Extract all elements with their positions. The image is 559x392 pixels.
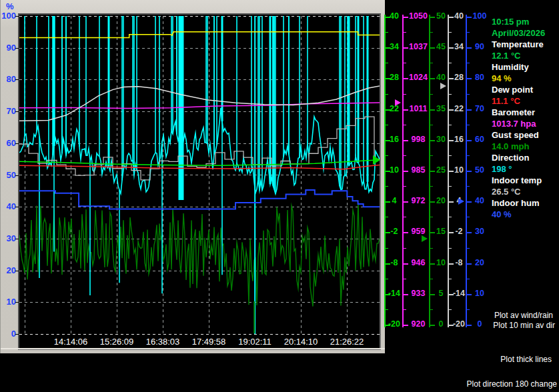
- barometer-axis-minor-tick: [404, 155, 406, 156]
- outdoor-temp-axis-tick-label: -8: [381, 258, 408, 267]
- percent-axis-tick: [15, 16, 19, 17]
- outdoor-temp-axis-minor-tick: [386, 186, 388, 187]
- percent-axis-tick-label: 80: [1, 74, 16, 84]
- indoor-hum-axis-minor-tick: [467, 186, 470, 187]
- indoor-hum-axis-tick-label: 40: [466, 196, 493, 205]
- indoor-hum-axis-minor-tick: [467, 248, 470, 249]
- outdoor-temp-axis-minor-tick: [386, 279, 388, 279]
- percent-axis-tick-label: 20: [1, 265, 16, 275]
- reading-indoor-hum-value: 40 %: [492, 209, 545, 220]
- indoor-hum-axis-tick-label: 10: [466, 289, 493, 298]
- reading-dew-point-value: 11.1 °C: [492, 95, 545, 107]
- reading-indoor-temp-value: 26.5 °C: [492, 186, 545, 197]
- percent-axis-tick: [15, 271, 19, 271]
- plot-option-av-wind-rain[interactable]: Plot av wind/rain: [494, 311, 553, 320]
- reading-barometer-label: Barometer: [492, 107, 545, 118]
- percent-axis-tick-label: 100: [1, 11, 16, 21]
- reading-direction-value: 198 °: [492, 163, 545, 175]
- outdoor-temp-axis-minor-tick: [386, 32, 388, 33]
- gust-axis-minor-tick: [430, 217, 433, 217]
- reading-barometer-value: 1013.7 hpa: [492, 118, 545, 129]
- indoor-temp-axis-minor-tick: [449, 32, 452, 33]
- gust-axis-minor-tick: [430, 32, 433, 33]
- percent-axis-tick-label: 60: [1, 138, 16, 148]
- outdoor-temp-axis-tick-label: -20: [381, 319, 408, 329]
- barometer-axis-minor-tick: [404, 32, 406, 33]
- outdoor-temp-axis-tick-label: 4: [381, 196, 408, 205]
- gust-axis-minor-tick: [430, 309, 433, 310]
- indoor-temp-axis-minor-tick: [449, 309, 452, 310]
- gust-axis-minor-tick: [430, 186, 433, 187]
- percent-axis-tick-label: 0: [1, 329, 16, 339]
- indoor-hum-axis-minor-tick: [467, 32, 470, 33]
- outdoor-temp-axis-tick-label: 22: [381, 104, 408, 113]
- outdoor-temp-axis-tick-label: 28: [381, 73, 408, 82]
- barometer-axis-minor-tick: [404, 125, 406, 125]
- indoor-hum-axis-tick-label: 90: [466, 42, 493, 51]
- outdoor-temp-axis-tick-label: 10: [381, 165, 408, 175]
- reading-dew-point-label: Dew point: [492, 84, 545, 95]
- outdoor-temp-axis-minor-tick: [386, 63, 388, 63]
- percent-axis-tick: [15, 143, 19, 144]
- chart-canvas: [19, 15, 380, 336]
- indoor-hum-axis-tick-label: 60: [466, 135, 493, 144]
- time-axis-label: 21:26:22: [324, 337, 370, 347]
- indoor-hum-axis-minor-tick: [467, 309, 470, 310]
- gust-axis-minor-tick: [430, 279, 433, 279]
- plot-option-direction-180-change[interactable]: Plot direction 180 change: [467, 379, 557, 389]
- time-axis-label: 20:14:10: [277, 337, 324, 347]
- indoor-temp-axis-minor-tick: [449, 217, 452, 217]
- gust-axis-minor-tick: [430, 94, 433, 95]
- indoor-hum-axis-minor-tick: [467, 63, 470, 63]
- gust-axis-minor-tick: [430, 248, 433, 249]
- gust-axis-minor-tick: [430, 125, 433, 125]
- indoor-hum-axis-tick-label: 20: [466, 258, 493, 267]
- indoor-hum-axis-minor-tick: [467, 155, 470, 156]
- time-axis-label: 17:49:58: [185, 337, 232, 347]
- plot-option-thick-lines[interactable]: Plot thick lines: [500, 355, 552, 364]
- indoor-hum-axis-minor-tick: [467, 94, 470, 95]
- indoor-hum-axis-tick-label: 70: [466, 104, 493, 113]
- percent-axis-unit: %: [6, 1, 14, 11]
- reading-humidity-value: 94 %: [492, 73, 545, 84]
- graph-panel: % 14:14:0615:26:0916:38:0317:49:5819:02:…: [0, 0, 385, 353]
- reading-humidity-label: Humidity: [492, 61, 545, 73]
- percent-axis-tick: [15, 79, 19, 80]
- time-axis-label: 14:14:06: [47, 337, 94, 347]
- percent-axis-tick: [15, 334, 19, 335]
- gust-axis-minor-tick: [430, 63, 433, 63]
- barometer-axis-minor-tick: [404, 248, 406, 249]
- plot-option-10min-av-dir[interactable]: Plot 10 min av dir: [493, 321, 555, 330]
- outdoor-temp-axis-minor-tick: [386, 248, 388, 249]
- indoor-hum-axis-minor-tick: [467, 217, 470, 217]
- indoor-hum-value-pointer: [458, 198, 464, 205]
- barometer-axis-minor-tick: [404, 63, 406, 63]
- percent-axis-tick: [15, 302, 19, 303]
- indoor-temp-value-pointer: [440, 83, 446, 89]
- readings-panel: 10:15 pmApril/03/2026Temperature12.1 °CH…: [492, 16, 545, 220]
- time-axis-label: 16:38:03: [139, 337, 186, 347]
- reading-gust-speed-label: Gust speed: [492, 129, 545, 141]
- indoor-hum-axis-tick-label: 50: [466, 165, 493, 175]
- indoor-temp-axis-minor-tick: [449, 248, 452, 249]
- indoor-hum-axis-minor-tick: [467, 279, 470, 279]
- indoor-temp-axis-minor-tick: [449, 186, 452, 187]
- percent-axis-tick-label: 10: [1, 297, 16, 307]
- percent-axis-tick-label: 90: [1, 43, 16, 53]
- time-axis-label: 15:26:09: [93, 337, 140, 347]
- percent-axis-tick: [15, 239, 19, 239]
- reading-indoor-temp-label: Indoor temp: [492, 175, 545, 186]
- outdoor-temp-value-pointer: [373, 155, 380, 165]
- indoor-temp-axis-minor-tick: [449, 125, 452, 125]
- outdoor-temp-axis-tick-label: -14: [381, 289, 408, 298]
- outdoor-temp-axis-tick-label: 34: [381, 42, 408, 51]
- barometer-axis-minor-tick: [404, 279, 406, 279]
- indoor-hum-axis-minor-tick: [467, 125, 470, 125]
- reading-temperature-value: 12.1 °C: [492, 50, 545, 61]
- barometer-value-pointer: [395, 99, 401, 106]
- barometer-axis-minor-tick: [404, 217, 406, 217]
- indoor-temp-axis-minor-tick: [449, 63, 452, 63]
- plot-area: 14:14:0615:26:0916:38:0317:49:5819:02:11…: [18, 13, 381, 350]
- outdoor-temp-axis-tick-label: 16: [381, 135, 408, 144]
- reading-temperature-label: Temperature: [492, 39, 545, 50]
